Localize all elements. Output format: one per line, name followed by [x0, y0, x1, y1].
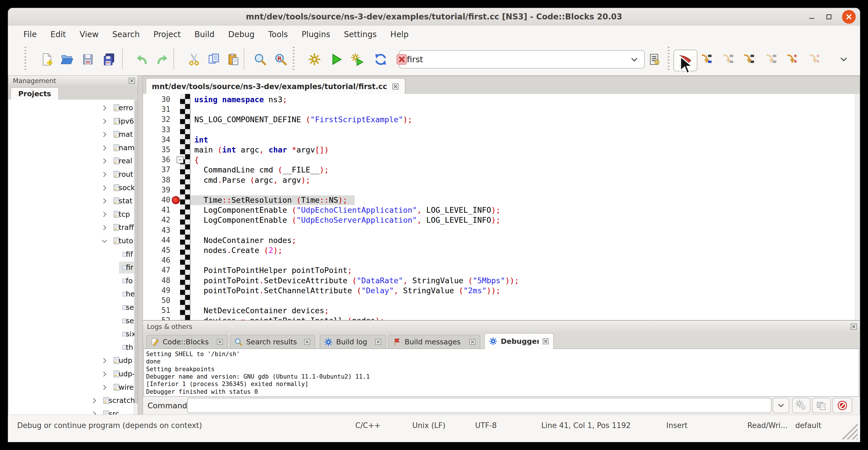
chevron-down-button[interactable] [773, 398, 789, 413]
build-and-run-button[interactable] [349, 51, 365, 67]
chevron-right-icon[interactable] [101, 171, 108, 178]
stop-button[interactable] [832, 398, 852, 413]
close-small-icon[interactable] [304, 338, 311, 346]
chevron-right-icon[interactable] [101, 357, 108, 364]
tree-item-erro[interactable]: erro [8, 101, 134, 115]
run-button[interactable] [328, 51, 344, 67]
close-small-icon[interactable] [469, 338, 476, 346]
tree-item-six[interactable]: six [8, 328, 134, 341]
menu-file[interactable]: File [17, 27, 44, 41]
run-to-cursor-button[interactable] [698, 51, 714, 67]
code-line-50[interactable]: 50 [143, 296, 860, 306]
code-area[interactable]: 30using namespace ns3;3132NS_LOG_COMPONE… [143, 94, 860, 320]
chevron-right-icon[interactable] [101, 157, 108, 165]
close-small-icon[interactable] [542, 338, 549, 345]
fold-margin[interactable] [180, 94, 190, 320]
tree-item-fir[interactable]: fir [8, 261, 134, 274]
redo-button[interactable] [154, 51, 170, 67]
code-line-31[interactable]: 31 [143, 104, 860, 115]
step-out-button[interactable] [763, 51, 778, 67]
chevron-down-button[interactable] [836, 51, 852, 67]
save-button[interactable] [80, 51, 96, 67]
code-line-39[interactable]: 39 [143, 185, 860, 195]
code-line-48[interactable]: 48 pointToPoint.SetDeviceAttribute ("Dat… [143, 275, 860, 286]
chevron-right-icon[interactable] [101, 224, 108, 231]
logs-tab-code--blocks[interactable]: Code::Blocks [146, 335, 228, 349]
code-line-43[interactable]: 43 [143, 225, 860, 236]
step-into-instruction-button[interactable] [806, 51, 822, 67]
open-file-button[interactable] [59, 51, 75, 67]
abort-build-button[interactable] [394, 51, 410, 67]
logs-close-icon[interactable] [850, 323, 858, 330]
management-close-icon[interactable] [128, 77, 135, 85]
logs-tab-build-log[interactable]: Build log [320, 335, 386, 349]
chevron-right-icon[interactable] [101, 118, 108, 125]
tree-item-scratch[interactable]: scratch [8, 394, 134, 407]
menu-tools[interactable]: Tools [261, 27, 295, 41]
maximize-button[interactable] [824, 11, 834, 22]
tree-item-src[interactable]: src [8, 408, 134, 415]
chevron-down-icon[interactable] [629, 55, 639, 64]
debugger-output[interactable]: Setting SHELL to '/bin/sh'doneSetting br… [144, 349, 859, 397]
tree-item-nam[interactable]: nam [8, 141, 134, 154]
logs-tab-build-messages[interactable]: Build messages [389, 335, 480, 349]
tree-item-se[interactable]: se [8, 301, 134, 314]
code-line-30[interactable]: 30using namespace ns3; [143, 94, 860, 105]
code-line-47[interactable]: 47 PointToPointHelper pointToPoint; [143, 265, 860, 275]
chevron-right-icon[interactable] [101, 144, 108, 152]
next-line-button[interactable] [719, 51, 735, 67]
chevron-right-icon[interactable] [101, 131, 108, 138]
logs-tab-debugger[interactable]: Debugger [485, 333, 554, 349]
fold-collapse-icon[interactable]: − [177, 156, 183, 163]
resize-grip[interactable] [840, 422, 858, 440]
code-line-38[interactable]: 38 cmd.Parse (argc, argv); [143, 175, 860, 185]
editor-tab-close-icon[interactable] [392, 83, 399, 90]
tree-item-sock[interactable]: sock [8, 181, 134, 194]
menu-build[interactable]: Build [188, 27, 221, 41]
chevron-right-icon[interactable] [101, 370, 108, 378]
close-small-icon[interactable] [375, 338, 382, 346]
undo-button[interactable] [134, 51, 150, 67]
tree-item-rout[interactable]: rout [8, 168, 134, 181]
build-target-select[interactable]: first [399, 50, 645, 68]
tree-scrollbar[interactable] [134, 100, 138, 415]
cut-button[interactable] [186, 51, 202, 67]
tree-item-real[interactable]: real [8, 154, 134, 168]
chevron-right-icon[interactable] [101, 184, 108, 191]
menu-project[interactable]: Project [147, 27, 188, 41]
menu-search[interactable]: Search [105, 27, 147, 41]
menu-plugins[interactable]: Plugins [295, 27, 337, 41]
code-line-35[interactable]: 35main (int argc, char *argv[]) [143, 145, 860, 155]
breakpoint-marker[interactable] [172, 196, 180, 204]
code-line-49[interactable]: 49 pointToPoint.SetChannelAttribute ("De… [143, 286, 860, 296]
new-file-button[interactable] [39, 51, 55, 67]
menu-view[interactable]: View [73, 27, 105, 41]
tree-item-se[interactable]: se [8, 314, 134, 328]
menu-debug[interactable]: Debug [221, 27, 261, 41]
menu-help[interactable]: Help [383, 27, 415, 41]
copy-button[interactable] [206, 51, 222, 67]
editor-tab-first-cc[interactable]: mnt/dev/tools/source/ns-3-dev/examples/t… [146, 78, 405, 94]
paste-button[interactable] [225, 51, 241, 67]
titlebar[interactable]: mnt/dev/tools/source/ns-3-dev/examples/t… [8, 8, 860, 26]
target-list-button[interactable] [646, 51, 662, 67]
tree-item-th[interactable]: th [8, 341, 134, 354]
tree-item-traff[interactable]: traff [8, 221, 134, 234]
chevron-right-icon[interactable] [101, 104, 108, 112]
code-line-32[interactable]: 32NS_LOG_COMPONENT_DEFINE ("FirstScriptE… [143, 115, 860, 125]
code-line-37[interactable]: 37 CommandLine cmd (__FILE__); [143, 165, 860, 175]
toolbar-grip[interactable] [293, 47, 294, 71]
replace-button[interactable]: R [273, 51, 289, 67]
tree-scrollbar-thumb[interactable] [135, 100, 138, 403]
chevron-down-icon[interactable] [101, 237, 108, 245]
tree-item-udp[interactable]: udp- [8, 367, 134, 381]
code-line-44[interactable]: 44 NodeContainer nodes; [143, 235, 860, 245]
tree-item-mat[interactable]: mat [8, 128, 134, 141]
code-line-46[interactable]: 46 [143, 255, 860, 266]
code-line-52[interactable]: 52 devices = pointToPoint.Install (nodes… [143, 316, 860, 320]
tree-item-fo[interactable]: fo [8, 274, 134, 288]
minimize-button[interactable] [806, 11, 817, 22]
code-line-45[interactable]: 45 nodes.Create (2); [143, 245, 860, 256]
toolbar-grip[interactable] [25, 47, 26, 71]
code-line-33[interactable]: 33 [143, 125, 860, 135]
